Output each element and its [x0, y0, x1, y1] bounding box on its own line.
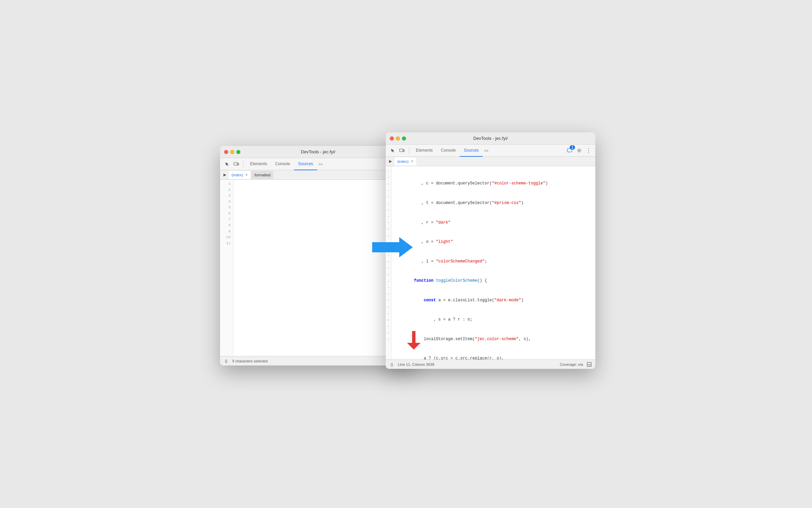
more-icon[interactable]: ⋮ — [584, 147, 593, 155]
svg-marker-0 — [372, 237, 413, 257]
diff-gutter-right: ----- ----- ----- ----- ----- -- — [386, 166, 392, 359]
statusbar-right-content: Coverage: n/a — [560, 361, 593, 368]
svg-point-7 — [578, 150, 580, 151]
file-tab-index-label: (index) — [232, 173, 243, 177]
file-tab-index-left[interactable]: (index) ✕ — [229, 171, 250, 179]
device-icon-right[interactable] — [398, 147, 406, 155]
close-button-left[interactable] — [224, 150, 228, 154]
tab-elements-right[interactable]: Elements — [412, 145, 437, 157]
cursor-icon[interactable] — [223, 160, 231, 168]
red-arrow — [405, 331, 422, 350]
file-tabs-bar-right: ▶ (index) ✕ — [386, 157, 595, 166]
tab-console-left[interactable]: Console — [271, 158, 294, 170]
code-content-right[interactable]: , c = document.querySelector("#color-sch… — [392, 166, 595, 359]
more-tabs-left[interactable]: >> — [317, 162, 324, 166]
sidebar-toggle-right[interactable]: ▶ — [387, 158, 394, 165]
file-tab-index-label-right: (index) — [397, 159, 409, 163]
statusbar-right: {} Line 11, Column 3939 Coverage: n/a — [386, 359, 595, 369]
sidebar-toggle-left[interactable]: ▶ — [221, 172, 228, 178]
minimize-button-left[interactable] — [230, 150, 234, 154]
toolbar-divider-1 — [243, 161, 243, 168]
device-icon[interactable] — [232, 160, 240, 168]
settings-icon[interactable] — [575, 147, 583, 155]
scene: DevTools - jec.fyi/ Elements Console Sou… — [220, 132, 592, 376]
svg-rect-2 — [234, 162, 237, 165]
chat-badge: 1 — [570, 145, 575, 150]
editor-area-right: ----- ----- ----- ----- ----- -- , c = d… — [386, 166, 595, 359]
traffic-lights-left — [224, 150, 240, 154]
expand-icon[interactable] — [586, 361, 593, 368]
tab-sources-left[interactable]: Sources — [294, 158, 317, 170]
toolbar-right-icons: 1 ⋮ — [566, 147, 593, 155]
svg-marker-1 — [407, 331, 421, 350]
tab-console-right[interactable]: Console — [437, 145, 460, 157]
cursor-position: Line 11, Column 3939 — [398, 362, 434, 366]
format-button-right[interactable]: {} — [388, 361, 395, 368]
window-title-left: DevTools - jec.fyi/ — [301, 149, 335, 154]
svg-rect-8 — [587, 362, 591, 366]
file-tab-close-left[interactable]: ✕ — [245, 173, 248, 177]
traffic-lights-right — [390, 136, 406, 141]
svg-rect-4 — [400, 149, 403, 152]
maximize-button-right[interactable] — [402, 136, 406, 141]
tab-elements-left[interactable]: Elements — [246, 158, 271, 170]
minimize-button-right[interactable] — [396, 136, 400, 141]
line-numbers-left: 1 2 3 4 5 6 7 8 9 10 11 — [220, 180, 234, 356]
coverage-right: Coverage: n/a — [560, 362, 583, 366]
tab-sources-right[interactable]: Sources — [460, 145, 483, 157]
window-title-right: DevTools - jec.fyi/ — [473, 136, 508, 141]
file-tab-formatted-left[interactable]: :formatted — [251, 171, 273, 179]
close-button-right[interactable] — [390, 136, 394, 141]
selection-status: 9 characters selected — [232, 359, 268, 363]
toolbar-right: Elements Console Sources >> 1 ⋮ — [386, 145, 595, 157]
maximize-button-left[interactable] — [236, 150, 240, 154]
file-tab-index-right[interactable]: (index) ✕ — [395, 157, 416, 166]
toolbar-tabs-right: Elements Console Sources >> — [412, 145, 564, 157]
cursor-icon-right[interactable] — [388, 147, 397, 155]
svg-rect-3 — [238, 163, 239, 165]
toolbar-divider-right — [409, 147, 409, 154]
file-tab-formatted-label: :formatted — [254, 173, 271, 177]
format-button-left[interactable]: {} — [223, 358, 230, 364]
svg-rect-5 — [403, 150, 404, 152]
file-tab-close-right[interactable]: ✕ — [411, 159, 413, 163]
blue-arrow — [372, 237, 413, 257]
more-tabs-right[interactable]: >> — [483, 149, 490, 153]
chat-icon[interactable]: 1 — [566, 147, 574, 155]
titlebar-right: DevTools - jec.fyi/ — [386, 132, 595, 145]
